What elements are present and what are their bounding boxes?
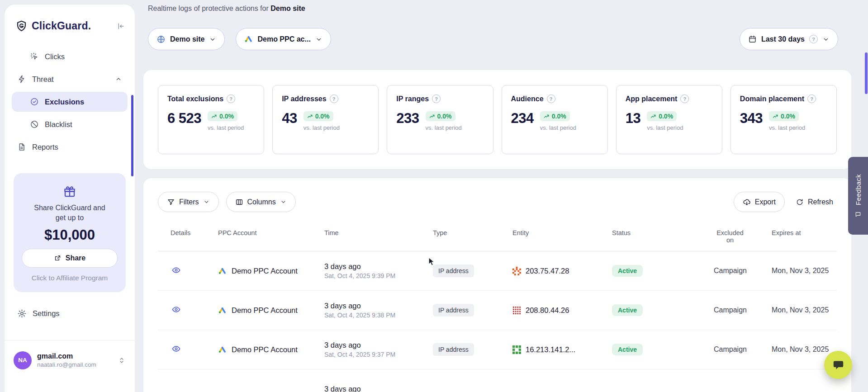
- entity-identicon: [512, 345, 521, 354]
- stat-caption: vs. last period: [769, 124, 805, 131]
- subtitle-text: Realtime logs of protective actions for: [148, 5, 269, 12]
- exclusions-table-panel: Filters Columns Export Refresh Details P…: [143, 178, 851, 392]
- site-selector[interactable]: Demo site: [148, 28, 225, 50]
- sidebar-item-clicks[interactable]: Clicks: [12, 47, 128, 66]
- gear-icon: [17, 309, 27, 318]
- time-relative: 3 days ago: [324, 341, 433, 349]
- expires-at-value: Mon, Nov 3, 2025: [772, 267, 837, 275]
- chevron-up-icon: [115, 76, 122, 83]
- columns-button[interactable]: Columns: [226, 192, 296, 212]
- stat-value: 13: [626, 111, 640, 125]
- sidebar-item-label: Exclusions: [45, 98, 84, 106]
- export-button[interactable]: Export: [734, 192, 785, 212]
- view-details-eye-icon[interactable]: [171, 265, 181, 275]
- chevron-up-down-icon: [118, 356, 126, 364]
- feedback-tab[interactable]: Feedback: [848, 157, 868, 235]
- help-icon[interactable]: ?: [547, 94, 555, 103]
- stat-card-audience: Audience? 234 0.0% vs. last period: [502, 85, 608, 154]
- sidebar-item-label: Blacklist: [45, 120, 72, 129]
- account-selector[interactable]: Demo PPC ac...: [236, 28, 331, 50]
- stat-label: IP addresses: [282, 95, 326, 103]
- help-icon[interactable]: ?: [432, 94, 441, 103]
- stat-card-total-exclusions: Total exclusions? 6 523 0.0% vs. last pe…: [158, 85, 264, 154]
- affiliate-link[interactable]: Click to Affiliate Program: [22, 274, 118, 282]
- status-badge: Active: [612, 265, 643, 277]
- time-absolute: Sat, Oct 4, 2025 9:39 PM: [324, 272, 433, 279]
- collapse-sidebar-icon[interactable]: [116, 22, 125, 31]
- stat-value: 43: [282, 111, 297, 125]
- sidebar-item-exclusions[interactable]: Exclusions: [12, 92, 128, 112]
- refresh-button[interactable]: Refresh: [792, 192, 837, 212]
- trend-badge: 0.0%: [426, 111, 455, 121]
- column-header-status: Status: [612, 229, 714, 236]
- filters-button[interactable]: Filters: [158, 192, 219, 212]
- badge-check-icon: [30, 97, 39, 106]
- site-selector-label: Demo site: [170, 35, 204, 43]
- columns-icon: [235, 198, 243, 206]
- entity-value: 203.75.47.28: [526, 267, 569, 275]
- chat-bubble-icon: [832, 359, 844, 371]
- columns-button-label: Columns: [247, 198, 276, 206]
- ppc-account-name: Demo PPC Account: [232, 345, 298, 354]
- stat-label: App placement: [626, 95, 678, 103]
- share-button-label: Share: [66, 254, 85, 262]
- excluded-on-value: Campaign: [714, 267, 772, 275]
- page-subtitle: Realtime logs of protective actions for …: [148, 5, 868, 13]
- stat-caption: vs. last period: [647, 124, 683, 131]
- entity-identicon: [512, 267, 521, 275]
- stat-label: IP ranges: [396, 95, 429, 103]
- stat-label: Audience: [511, 95, 544, 103]
- date-range-selector[interactable]: Last 30 days ?: [740, 28, 838, 50]
- time-relative: 3 days ago: [324, 302, 433, 310]
- view-details-eye-icon[interactable]: [171, 344, 181, 354]
- google-ads-icon: [244, 35, 253, 43]
- user-menu[interactable]: NA gmail.com naatali.ro@gmail.com: [5, 340, 135, 369]
- avatar: NA: [14, 351, 32, 369]
- refresh-icon: [796, 198, 804, 206]
- chat-launcher-button[interactable]: [824, 351, 852, 379]
- feedback-bug-icon: [855, 211, 861, 217]
- sidebar-item-label: Clicks: [45, 52, 65, 61]
- chevron-down-icon: [209, 36, 216, 43]
- gift-icon: [22, 185, 118, 198]
- page-scrollbar-thumb[interactable]: [865, 52, 868, 94]
- help-icon[interactable]: ?: [227, 94, 235, 103]
- affiliate-promo-card: Share ClickGuard and get up to $10,000 S…: [14, 173, 126, 292]
- ban-icon: [30, 120, 39, 129]
- sidebar-item-threat[interactable]: Threat: [12, 69, 128, 89]
- selectors-row: Demo site Demo PPC ac... Last 30 days ?: [148, 28, 838, 50]
- column-header-time: Time: [324, 229, 433, 236]
- help-icon[interactable]: ?: [809, 35, 818, 43]
- trend-badge: 0.0%: [769, 111, 799, 121]
- export-icon: [743, 198, 751, 206]
- main-content: Realtime logs of protective actions for …: [143, 0, 868, 392]
- ppc-account-name: Demo PPC Account: [232, 267, 298, 275]
- account-selector-label: Demo PPC ac...: [257, 35, 310, 43]
- table-row: Demo PPC Account 3 days ago Sat, Oct 4, …: [158, 291, 837, 330]
- user-name: gmail.com: [37, 352, 96, 360]
- sidebar: ClickGuard. Clicks Threat Exclusions: [5, 5, 135, 392]
- google-ads-icon: [218, 346, 227, 354]
- globe-icon: [157, 35, 166, 44]
- app-logo-text: ClickGuard.: [32, 20, 91, 32]
- sidebar-item-settings[interactable]: Settings: [12, 304, 128, 324]
- trend-badge: 0.0%: [304, 111, 333, 121]
- chevron-down-icon: [203, 198, 210, 205]
- help-icon[interactable]: ?: [330, 94, 338, 103]
- file-text-icon: [17, 142, 26, 151]
- column-header-type: Type: [433, 229, 512, 236]
- column-header-entity: Entity: [512, 229, 612, 236]
- sidebar-nav: Clicks Threat Exclusions Blacklist: [5, 47, 135, 157]
- sidebar-nav-scrollbar[interactable]: [131, 95, 133, 176]
- expires-at-value: Mon, Nov 3, 2025: [772, 345, 837, 354]
- help-icon[interactable]: ?: [807, 94, 816, 103]
- view-details-eye-icon[interactable]: [171, 305, 181, 314]
- share-button[interactable]: Share: [22, 249, 118, 268]
- stat-label: Domain placement: [740, 95, 804, 103]
- help-icon[interactable]: ?: [680, 94, 689, 103]
- sidebar-item-blacklist[interactable]: Blacklist: [12, 114, 128, 134]
- sidebar-item-reports[interactable]: Reports: [12, 137, 128, 157]
- time-absolute: Sat, Oct 4, 2025 9:37 PM: [324, 351, 433, 358]
- time-relative: 3 days ago: [324, 385, 433, 392]
- external-link-icon: [54, 254, 62, 262]
